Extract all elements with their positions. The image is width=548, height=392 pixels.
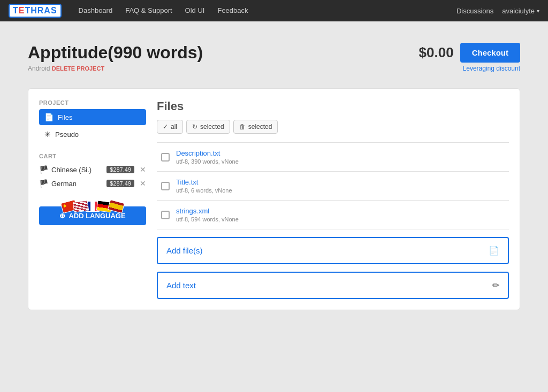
checkout-button[interactable]: Checkout (460, 43, 520, 63)
cart-section-label: CART (39, 153, 146, 159)
description-info: Description.txt utf-8, 390 words, vNone (176, 149, 505, 165)
description-meta: utf-8, 390 words, vNone (176, 158, 505, 165)
nav-dashboard[interactable]: Dashboard (72, 0, 119, 21)
sidebar-item-pseudo[interactable]: ✳ Pseudo (39, 126, 146, 142)
sidebar-files-label: Files (58, 113, 72, 121)
toolbar-selected-refresh-button[interactable]: ↻ selected (186, 120, 230, 134)
project-title: Apptitude(990 words) (28, 43, 203, 63)
title-meta: utf-8, 6 words, vNone (176, 187, 505, 194)
brand-logo[interactable]: TETHRAS (9, 4, 62, 18)
edit-icon: ✏ (492, 280, 499, 290)
strings-info: strings.xml utf-8, 594 words, vNone (176, 207, 505, 222)
add-text-section[interactable]: Add text ✏ (157, 272, 509, 299)
project-price: $0.00 (419, 44, 454, 61)
strings-filename[interactable]: strings.xml (176, 207, 505, 215)
checkout-row: $0.00 Checkout (419, 43, 520, 63)
nav-feedback[interactable]: Feedback (211, 0, 254, 21)
nav-old-ui[interactable]: Old UI (179, 0, 211, 21)
flags-preview (39, 201, 146, 212)
add-language-container: ⊕ ADD LANGUAGE (39, 201, 146, 225)
cart-item-chinese: 🏴 Chinese (Si.) $287.49 ✕ (39, 163, 146, 176)
chinese-remove-button[interactable]: ✕ (140, 165, 146, 174)
title-info: Title.txt utf-8, 6 words, vNone (176, 178, 505, 194)
add-file-section[interactable]: Add file(s) 📄 (157, 237, 509, 264)
chinese-price-badge: $287.49 (106, 166, 134, 173)
strings-checkbox[interactable] (161, 211, 170, 219)
description-filename[interactable]: Description.txt (176, 149, 505, 157)
german-label: German (51, 180, 77, 188)
file-list: Description.txt utf-8, 390 words, vNone … (157, 142, 509, 229)
sidebar-pseudo-label: Pseudo (55, 130, 79, 139)
chinese-label: Chinese (Si.) (51, 166, 92, 174)
toolbar-selected-refresh-label: selected (200, 123, 224, 130)
files-panel: Files ✓ all ↻ selected 🗑 selected (157, 99, 509, 299)
description-checkbox[interactable] (161, 153, 170, 162)
checkmark-icon: ✓ (163, 123, 168, 130)
title-checkbox[interactable] (161, 182, 170, 190)
trash-icon: 🗑 (239, 123, 246, 130)
german-remove-button[interactable]: ✕ (140, 179, 146, 188)
german-price-badge: $287.49 (106, 180, 134, 187)
navbar: TETHRAS Dashboard FAQ & Support Old UI F… (0, 0, 548, 21)
checkout-area: $0.00 Checkout Leveraging discount (419, 43, 520, 72)
main-layout: PROJECT 📄 Files ✳ Pseudo CART 🏴 Chinese … (28, 88, 520, 310)
sidebar-project-label: PROJECT (39, 99, 146, 106)
file-upload-icon: 📄 (489, 245, 499, 256)
toolbar-all-button[interactable]: ✓ all (157, 120, 183, 134)
toolbar-all-label: all (171, 123, 177, 130)
toolbar-selected-delete-label: selected (248, 123, 272, 130)
sidebar-item-files[interactable]: 📄 Files (39, 109, 146, 125)
strings-meta: utf-8, 594 words, vNone (176, 216, 505, 222)
files-icon: 📄 (44, 113, 54, 121)
leverage-discount-text: Leveraging discount (463, 65, 520, 72)
cart-item-german: 🏴 German $287.49 ✕ (39, 176, 146, 190)
nav-faq-support[interactable]: FAQ & Support (119, 0, 178, 21)
german-flag-icon: 🏴 (39, 179, 48, 188)
add-text-label: Add text (166, 281, 196, 290)
toolbar-selected-delete-button[interactable]: 🗑 selected (233, 120, 278, 134)
nav-discussions[interactable]: Discussions (456, 7, 493, 15)
file-item-description: Description.txt utf-8, 390 words, vNone (157, 143, 509, 172)
chinese-flag-icon: 🏴 (39, 165, 48, 174)
cart-section: CART 🏴 Chinese (Si.) $287.49 ✕ 🏴 German … (39, 153, 146, 190)
add-language-label: ADD LANGUAGE (68, 212, 125, 220)
files-panel-title: Files (157, 99, 509, 113)
project-header: Apptitude(990 words) Android DELETE PROJ… (28, 43, 520, 72)
add-file-label: Add file(s) (166, 246, 203, 255)
file-item-strings: strings.xml utf-8, 594 words, vNone (157, 201, 509, 229)
flag-us (73, 200, 89, 213)
nav-links: Dashboard FAQ & Support Old UI Feedback (72, 0, 456, 21)
delete-project-link[interactable]: DELETE PROJECT (52, 65, 104, 72)
nav-right: Discussions avaiciulyte (456, 7, 539, 15)
file-item-title: Title.txt utf-8, 6 words, vNone (157, 172, 509, 201)
project-subtitle: Android DELETE PROJECT (28, 65, 203, 72)
page-wrapper: Apptitude(990 words) Android DELETE PROJ… (17, 21, 531, 332)
pseudo-icon: ✳ (44, 130, 51, 139)
project-title-area: Apptitude(990 words) Android DELETE PROJ… (28, 43, 203, 72)
nav-user[interactable]: avaiciulyte (502, 7, 539, 15)
files-toolbar: ✓ all ↻ selected 🗑 selected (157, 120, 509, 134)
refresh-icon: ↻ (192, 123, 197, 130)
title-filename[interactable]: Title.txt (176, 178, 505, 186)
sidebar: PROJECT 📄 Files ✳ Pseudo CART 🏴 Chinese … (39, 99, 146, 299)
